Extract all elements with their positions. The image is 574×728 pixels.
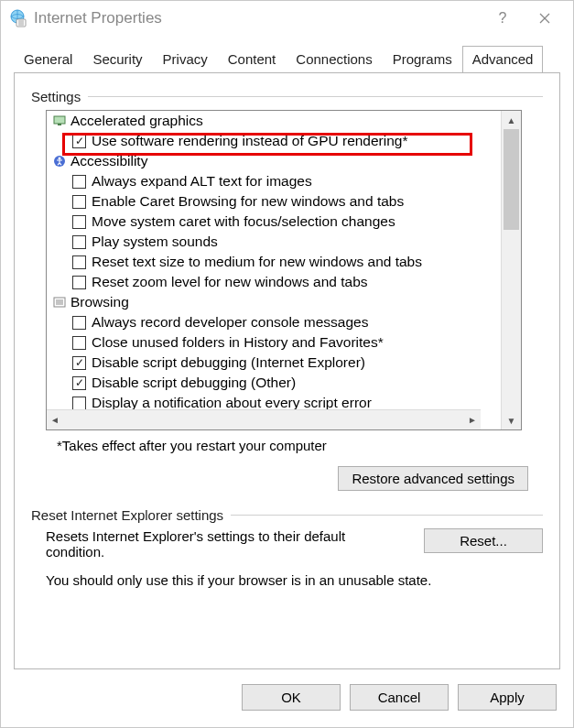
checkbox-label: Use software rendering instead of GPU re… xyxy=(92,133,408,149)
tab-advanced[interactable]: Advanced xyxy=(462,46,544,73)
window-title: Internet Properties xyxy=(34,9,482,27)
category-icon xyxy=(52,114,67,127)
scroll-down-icon[interactable]: ▼ xyxy=(502,411,521,429)
svg-rect-8 xyxy=(58,124,61,125)
tree-checkbox-item[interactable]: Display a notification about every scrip… xyxy=(47,393,501,409)
checkbox[interactable] xyxy=(72,135,86,148)
reset-button[interactable]: Reset... xyxy=(424,528,543,553)
tree-checkbox-item[interactable]: Always expand ALT text for images xyxy=(47,171,501,191)
close-button[interactable] xyxy=(524,5,566,32)
internet-properties-window: Internet Properties ? GeneralSecurityPri… xyxy=(0,0,574,728)
category-label: Accessibility xyxy=(70,153,147,169)
advanced-tab-panel: Settings Accelerated graphicsUse softwar… xyxy=(14,72,560,669)
checkbox-label: Always record developer console messages xyxy=(92,314,368,331)
checkbox-label: Always expand ALT text for images xyxy=(92,173,312,190)
checkbox-label: Display a notification about every scrip… xyxy=(92,395,372,409)
tree-checkbox-item[interactable]: Move system caret with focus/selection c… xyxy=(47,212,501,232)
settings-group-label: Settings xyxy=(31,89,81,104)
category-label: Accelerated graphics xyxy=(70,113,203,129)
checkbox-label: Reset text size to medium for new window… xyxy=(92,254,422,270)
category-icon xyxy=(52,155,67,168)
tree-checkbox-item[interactable]: Reset text size to medium for new window… xyxy=(47,252,501,272)
scroll-left-icon[interactable]: ◄ xyxy=(50,415,60,425)
checkbox[interactable] xyxy=(72,215,86,229)
svg-point-10 xyxy=(59,158,61,160)
tab-general[interactable]: General xyxy=(14,46,82,73)
restore-advanced-button[interactable]: Restore advanced settings xyxy=(338,466,528,491)
checkbox[interactable] xyxy=(72,195,86,209)
tab-privacy[interactable]: Privacy xyxy=(153,46,218,73)
vertical-scrollbar[interactable]: ▲ ▼ xyxy=(501,111,521,429)
tab-connections[interactable]: Connections xyxy=(286,46,382,73)
tree-checkbox-item[interactable]: Use software rendering instead of GPU re… xyxy=(47,131,501,151)
tree-checkbox-item[interactable]: Disable script debugging (Other) xyxy=(47,373,501,393)
reset-warning: You should only use this if your browser… xyxy=(46,572,543,588)
reset-group-label: Reset Internet Explorer settings xyxy=(31,507,223,523)
divider xyxy=(231,515,543,516)
checkbox[interactable] xyxy=(72,316,86,330)
tab-content[interactable]: Content xyxy=(218,46,287,73)
checkbox-label: Enable Caret Browsing for new windows an… xyxy=(92,193,404,210)
scroll-thumb[interactable] xyxy=(504,129,519,230)
tree-checkbox-item[interactable]: Play system sounds xyxy=(47,232,501,252)
app-icon xyxy=(8,9,27,27)
checkbox-label: Disable script debugging (Other) xyxy=(92,375,296,391)
restart-note: *Takes effect after you restart your com… xyxy=(57,438,543,453)
checkbox[interactable] xyxy=(72,175,86,189)
settings-tree[interactable]: Accelerated graphicsUse software renderi… xyxy=(46,110,522,430)
checkbox-label: Close unused folders in History and Favo… xyxy=(92,334,384,351)
category-label: Browsing xyxy=(70,294,129,310)
checkbox-label: Disable script debugging (Internet Explo… xyxy=(92,354,365,371)
tree-checkbox-item[interactable]: Close unused folders in History and Favo… xyxy=(47,332,501,353)
tree-category: Accessibility xyxy=(47,151,501,171)
tree-checkbox-item[interactable]: Always record developer console messages xyxy=(47,312,501,332)
tree-checkbox-item[interactable]: Disable script debugging (Internet Explo… xyxy=(47,353,501,373)
tree-category: Browsing xyxy=(47,292,501,312)
reset-description: Resets Internet Explorer's settings to t… xyxy=(46,528,424,560)
checkbox-label: Move system caret with focus/selection c… xyxy=(92,213,395,230)
checkbox[interactable] xyxy=(72,235,86,249)
checkbox[interactable] xyxy=(72,255,86,269)
ok-button[interactable]: OK xyxy=(242,684,341,711)
checkbox[interactable] xyxy=(72,356,86,370)
tree-category: Accelerated graphics xyxy=(47,111,501,131)
tab-programs[interactable]: Programs xyxy=(383,46,462,73)
horizontal-scrollbar[interactable]: ◄ ► xyxy=(47,409,481,429)
checkbox-label: Play system sounds xyxy=(92,234,218,250)
settings-group-header: Settings xyxy=(31,89,543,104)
svg-rect-7 xyxy=(54,116,65,124)
cancel-button[interactable]: Cancel xyxy=(350,684,449,711)
tab-security[interactable]: Security xyxy=(82,46,152,73)
reset-group-header: Reset Internet Explorer settings xyxy=(31,507,543,523)
dialog-footer: OK Cancel Apply xyxy=(1,669,573,727)
help-button[interactable]: ? xyxy=(482,5,524,32)
checkbox[interactable] xyxy=(72,336,86,350)
checkbox[interactable] xyxy=(72,376,86,390)
tree-checkbox-item[interactable]: Reset zoom level for new windows and tab… xyxy=(47,272,501,292)
scroll-up-icon[interactable]: ▲ xyxy=(502,111,521,129)
checkbox[interactable] xyxy=(72,276,86,289)
tab-strip: GeneralSecurityPrivacyContentConnections… xyxy=(1,36,573,72)
checkbox[interactable] xyxy=(72,397,86,410)
category-icon xyxy=(52,296,67,309)
apply-button[interactable]: Apply xyxy=(458,684,557,711)
divider xyxy=(88,96,543,97)
titlebar: Internet Properties ? xyxy=(1,1,573,36)
scroll-right-icon[interactable]: ► xyxy=(468,415,477,425)
tree-checkbox-item[interactable]: Enable Caret Browsing for new windows an… xyxy=(47,191,501,212)
checkbox-label: Reset zoom level for new windows and tab… xyxy=(92,274,368,290)
